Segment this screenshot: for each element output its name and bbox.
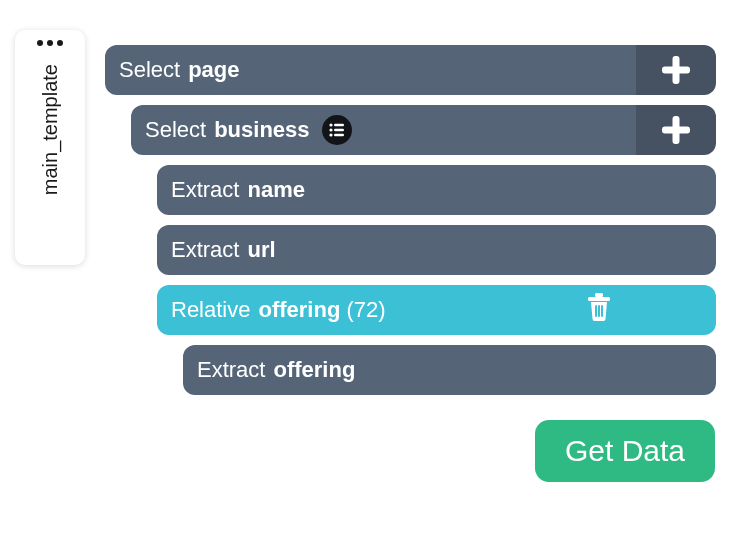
add-button[interactable] [636, 105, 716, 155]
command-noun: url [247, 237, 275, 263]
command-row-relative-offering[interactable]: Relative offering (72) [157, 285, 716, 335]
svg-rect-3 [334, 129, 344, 131]
command-noun: business [214, 117, 309, 143]
svg-point-0 [329, 123, 332, 126]
command-noun: offering [273, 357, 355, 383]
command-verb: Select [119, 57, 180, 83]
plus-icon [662, 116, 690, 144]
command-noun: offering [258, 297, 340, 323]
svg-point-4 [329, 133, 332, 136]
command-verb: Extract [171, 237, 239, 263]
list-icon [322, 115, 352, 145]
command-row-select-business[interactable]: Select business [131, 105, 716, 155]
svg-rect-7 [595, 293, 603, 297]
command-noun: page [188, 57, 239, 83]
command-verb: Extract [197, 357, 265, 383]
svg-rect-1 [334, 124, 344, 126]
get-data-button[interactable]: Get Data [535, 420, 715, 482]
svg-rect-9 [598, 305, 600, 317]
svg-rect-6 [588, 297, 610, 301]
trash-icon[interactable] [586, 292, 612, 328]
add-button[interactable] [636, 45, 716, 95]
svg-point-2 [329, 128, 332, 131]
command-noun: name [247, 177, 304, 203]
tab-label: main_template [39, 64, 62, 195]
command-row-extract-offering[interactable]: Extract offering [183, 345, 716, 395]
command-count: (72) [346, 297, 385, 323]
command-verb: Select [145, 117, 206, 143]
svg-rect-10 [601, 305, 603, 317]
command-row-extract-name[interactable]: Extract name [157, 165, 716, 215]
svg-rect-5 [334, 134, 344, 136]
plus-icon [662, 56, 690, 84]
svg-rect-8 [595, 305, 597, 317]
sidebar-tab[interactable]: main_template [15, 30, 85, 265]
command-row-extract-url[interactable]: Extract url [157, 225, 716, 275]
command-row-select-page[interactable]: Select page [105, 45, 716, 95]
command-verb: Relative [171, 297, 250, 323]
ellipsis-icon[interactable] [37, 40, 63, 46]
command-verb: Extract [171, 177, 239, 203]
command-list: Select page Select business Extract name [105, 45, 716, 405]
